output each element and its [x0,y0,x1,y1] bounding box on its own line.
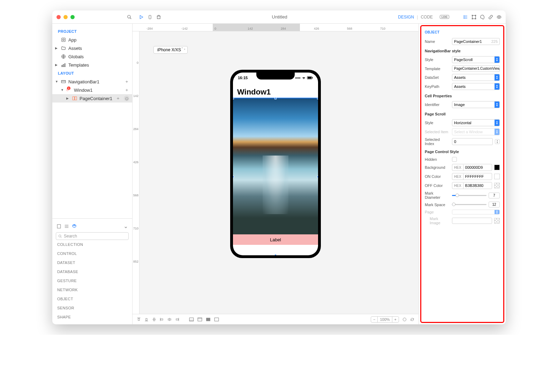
selection-handle[interactable] [233,97,234,99]
disclosure-triangle[interactable]: ▼ [61,88,64,92]
svg-rect-25 [73,97,74,100]
category-network[interactable]: NETWORK [56,285,129,294]
on-color-swatch[interactable] [494,174,500,179]
identifier-select[interactable]: Image▲▼ [452,101,500,108]
project-item-templates[interactable]: ▶ Templates [52,61,132,69]
add-button[interactable]: ＋ [124,79,129,84]
selection-handle[interactable] [274,254,277,255]
project-item-assets[interactable]: ▶ Assets [52,44,132,52]
device-icon[interactable] [148,14,152,20]
chevron-down-icon[interactable]: ⌄ [123,223,128,229]
category-control[interactable]: CONTROL [56,249,129,258]
index-stepper[interactable]: ▲▼ [495,139,500,144]
page-select[interactable]: ▲▼ [452,210,500,214]
category-collection[interactable]: COLLECTION [56,240,129,249]
background-swatch[interactable] [494,165,500,170]
inspector-tab-geometry[interactable] [472,15,476,20]
layout-tool-3[interactable] [206,317,211,322]
mark-diameter-value[interactable]: 7 [489,193,500,198]
fit-icon[interactable] [402,317,407,322]
zoom-window-button[interactable] [70,15,75,19]
align-vcenter-icon[interactable] [152,317,156,322]
inspector-tab-identity[interactable] [497,15,502,20]
disclosure-triangle[interactable]: ▶ [66,97,70,100]
log-badge[interactable]: LOG [440,15,449,19]
inspector-tab-attributes[interactable] [463,15,468,20]
add-button[interactable]: ＋ [115,96,121,101]
selection-handle[interactable] [274,97,277,99]
close-window-button[interactable] [56,15,61,19]
ps-style-select[interactable]: Horizontal▲▼ [452,119,500,126]
inspector-tab-appearance[interactable] [480,15,485,20]
selection-handle[interactable] [233,176,234,178]
selected-item-select[interactable]: Select a Window▲▼ [452,128,500,135]
category-dataset[interactable]: DATASET [56,258,129,267]
name-field[interactable]: PageContainer1225 [452,38,500,45]
svg-point-7 [464,15,464,16]
selected-item-label: Selected Item [425,130,450,134]
mark-image-swatch[interactable] [494,218,500,224]
align-right-icon[interactable] [175,317,179,322]
run-button[interactable] [139,15,144,20]
selection-handle[interactable] [233,254,234,255]
on-color-field[interactable]: HEXFFFFFFFF [452,173,492,180]
category-object[interactable]: OBJECT [56,294,129,303]
layout-item-navigationbar[interactable]: ▼ NavigationBar1 ＋ [52,77,132,86]
hidden-checkbox[interactable] [452,157,457,162]
align-hcenter-icon[interactable] [167,317,172,322]
library-tab-3d[interactable] [72,224,77,229]
align-left-icon[interactable] [160,317,164,322]
inspector-tab-connections[interactable] [488,15,493,20]
page-container-selection[interactable]: Label [233,98,318,255]
zoom-out-button[interactable]: − [371,317,378,322]
zoom-in-button[interactable]: + [392,317,399,322]
template-select[interactable]: PageContainer1.CustomView1▲▼ [452,65,500,72]
off-color-field[interactable]: HEXB3B3B380 [452,182,492,189]
zoom-control[interactable]: − 100% + [371,316,399,323]
design-tab[interactable]: DESIGN [398,15,414,20]
refresh-icon[interactable] [410,317,414,322]
library-search[interactable]: Search [56,232,129,240]
mark-diameter-slider[interactable] [452,195,487,196]
category-sensor[interactable]: SENSOR [56,303,129,312]
search-icon[interactable] [127,15,132,20]
layout-item-window[interactable]: ▼ 1 Window1 ＋ [52,86,132,94]
section-navbar-style: NavigationBar style [421,46,503,55]
keypath-select[interactable]: Assets▲▼ [452,83,500,90]
selection-handle[interactable] [317,254,318,255]
layout-tool-2[interactable] [197,317,202,322]
category-database[interactable]: DATABASE [56,267,129,276]
layout-tool-4[interactable] [214,317,219,322]
layout-item-pagecontainer[interactable]: ▶ PageContainer1 ＋ ⊙ [52,94,132,103]
project-item-app[interactable]: App [52,36,132,44]
design-canvas[interactable]: iPhone X/XS 16:15 ▪▪▪▪ [133,31,418,324]
add-button[interactable]: ＋ [124,87,129,93]
category-gesture[interactable]: GESTURE [56,276,129,285]
project-item-globals[interactable]: Globals [52,52,132,61]
background-color-field[interactable]: HEX000000D9 [452,164,492,171]
library-tab-list[interactable] [64,224,69,229]
archive-icon[interactable] [156,15,161,20]
project-section-header: PROJECT [52,27,132,36]
mark-image-well[interactable] [452,218,492,224]
disclosure-triangle[interactable]: ▶ [55,63,59,67]
selection-handle[interactable] [317,176,318,178]
mark-space-value[interactable]: 12 [489,202,500,208]
layout-tool-1[interactable] [189,317,194,322]
minimize-window-button[interactable] [63,15,68,19]
align-bottom-icon[interactable] [144,317,149,322]
disclosure-triangle[interactable]: ▼ [55,80,59,83]
style-select[interactable]: PageScroll▲▼ [452,56,500,63]
category-shape[interactable]: SHAPE [56,312,129,322]
selection-handle[interactable] [317,97,318,99]
mark-space-slider[interactable] [452,204,487,205]
extra-button[interactable]: ⊙ [124,96,129,101]
selected-index-field[interactable]: 0 [452,138,493,145]
code-tab[interactable]: CODE [421,15,433,20]
disclosure-triangle[interactable]: ▶ [55,46,59,50]
device-selector[interactable]: iPhone X/XS [153,46,188,54]
library-tab-layout[interactable] [56,224,61,229]
off-color-swatch[interactable] [494,183,500,188]
align-top-icon[interactable] [137,317,141,322]
dataset-select[interactable]: Assets▲▼ [452,74,500,81]
